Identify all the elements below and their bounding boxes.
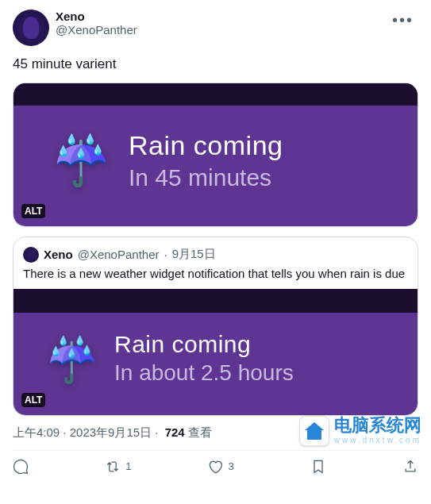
tweet-media[interactable]: ☔ Rain coming In 45 minutes ALT: [13, 83, 418, 227]
quote-weather-subtitle: In about 2.5 hours: [114, 359, 294, 387]
tweet-actions: 1 3: [13, 450, 418, 475]
like-button[interactable]: 3: [207, 459, 233, 475]
tweet-time[interactable]: 上午4:09: [13, 425, 60, 439]
quote-handle: @XenoPanther: [78, 248, 160, 261]
like-count: 3: [228, 460, 233, 472]
weather-title: Rain coming: [129, 129, 283, 162]
tweet-text: 45 minute varient: [13, 56, 418, 73]
retweet-button[interactable]: 1: [105, 459, 131, 475]
more-options-icon[interactable]: •••: [387, 10, 418, 31]
tweet-header: Xeno @XenoPanther •••: [13, 10, 418, 46]
share-icon: [402, 459, 418, 475]
umbrella-icon: ☔: [45, 338, 98, 381]
alt-badge[interactable]: ALT: [21, 393, 45, 407]
weather-widget: ☔ Rain coming In 45 minutes: [13, 83, 418, 226]
quote-weather-widget: ☔ Rain coming In about 2.5 hours: [13, 289, 418, 414]
tweet-meta: 上午4:09 · 2023年9月15日 · 724 查看: [13, 425, 418, 441]
display-name: Xeno: [56, 10, 381, 23]
views-label: 查看: [188, 425, 212, 439]
user-handle: @XenoPanther: [56, 23, 381, 37]
quoted-tweet[interactable]: Xeno @XenoPanther · 9月15日 There is a new…: [13, 237, 418, 416]
weather-subtitle: In 45 minutes: [129, 162, 283, 193]
quote-header: Xeno @XenoPanther · 9月15日: [13, 237, 418, 266]
tweet-container: Xeno @XenoPanther ••• 45 minute varient …: [0, 0, 431, 484]
quote-display-name: Xeno: [44, 248, 73, 261]
alt-badge[interactable]: ALT: [21, 204, 45, 218]
bookmark-icon: [310, 459, 326, 475]
quote-weather-title: Rain coming: [114, 330, 294, 359]
quote-text: There is a new weather widget notificati…: [13, 266, 418, 290]
umbrella-icon: ☔: [52, 137, 111, 185]
retweet-icon: [105, 459, 121, 475]
tweet-date[interactable]: 2023年9月15日: [70, 425, 152, 439]
bookmark-button[interactable]: [310, 459, 326, 475]
author-names[interactable]: Xeno @XenoPanther: [56, 10, 381, 37]
avatar[interactable]: [13, 10, 49, 46]
heart-icon: [207, 459, 223, 475]
reply-icon: [13, 459, 29, 475]
retweet-count: 1: [125, 460, 131, 472]
quote-date: 9月15日: [172, 247, 216, 262]
reply-button[interactable]: [13, 459, 29, 475]
quote-media: ☔ Rain coming In about 2.5 hours ALT: [13, 289, 418, 414]
views-count: 724: [165, 425, 185, 439]
quote-avatar: [23, 247, 39, 263]
share-button[interactable]: [402, 459, 418, 475]
